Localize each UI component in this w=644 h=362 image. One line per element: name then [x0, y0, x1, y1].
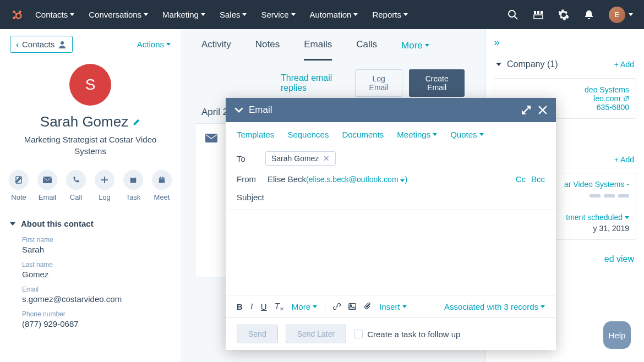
chevron-down-icon — [201, 13, 205, 16]
link-button[interactable] — [333, 303, 341, 310]
create-email-button[interactable]: Create Email — [409, 69, 465, 97]
divider — [325, 301, 325, 312]
nav-automation[interactable]: Automation — [310, 10, 358, 19]
subject-input[interactable]: Subject — [237, 193, 264, 202]
chevron-down-icon — [70, 13, 74, 16]
recipient-chip[interactable]: Sarah Gomez ✕ — [265, 151, 336, 166]
board-view-link[interactable]: ed view — [604, 254, 634, 264]
chevron-down-icon — [402, 305, 407, 308]
svg-rect-17 — [101, 179, 108, 180]
clear-format-button[interactable]: T✕ — [275, 301, 284, 312]
to-label: To — [237, 154, 265, 163]
help-button[interactable]: Help — [603, 321, 631, 349]
action-call[interactable]: Call — [66, 170, 86, 201]
person-icon — [58, 40, 67, 49]
company-name-link[interactable]: deo Systems — [585, 85, 629, 94]
attachment-button[interactable] — [364, 303, 372, 310]
hubspot-logo-icon[interactable] — [11, 9, 23, 21]
chevron-down-icon — [479, 133, 484, 136]
templates-link[interactable]: Templates — [237, 130, 274, 139]
chevron-down-icon — [629, 13, 633, 16]
nav-sales[interactable]: Sales — [220, 10, 247, 19]
compose-title: Email — [249, 105, 272, 116]
action-task[interactable]: Task — [123, 170, 143, 201]
bcc-link[interactable]: Bcc — [531, 174, 545, 184]
insert-dropdown[interactable]: Insert — [379, 302, 407, 311]
sequences-link[interactable]: Sequences — [287, 130, 329, 139]
field-label: First name — [22, 236, 159, 244]
add-company-link[interactable]: + Add — [614, 60, 634, 69]
actions-dropdown[interactable]: Actions — [137, 40, 171, 49]
bold-button[interactable]: B — [237, 302, 243, 311]
quotes-dropdown[interactable]: Quotes — [450, 130, 483, 139]
underline-button[interactable]: U — [261, 302, 267, 311]
italic-button[interactable]: I — [250, 302, 253, 311]
contact-avatar[interactable]: S — [69, 64, 111, 106]
nav-reports[interactable]: Reports — [372, 10, 408, 19]
nav-marketing[interactable]: Marketing — [162, 10, 205, 19]
documents-link[interactable]: Documents — [342, 130, 384, 139]
edit-icon[interactable] — [133, 118, 140, 126]
collapse-icon[interactable] — [234, 106, 243, 114]
tab-activity[interactable]: Activity — [201, 39, 231, 61]
remove-recipient-icon[interactable]: ✕ — [323, 154, 330, 163]
log-email-button[interactable]: Log Email — [355, 69, 403, 97]
svg-point-26 — [350, 305, 352, 306]
action-email[interactable]: Email — [37, 170, 57, 201]
field-value[interactable]: s.gomez@costarvideo.com — [22, 294, 159, 304]
cc-link[interactable]: Cc — [516, 174, 526, 184]
tab-emails[interactable]: Emails — [304, 39, 332, 61]
svg-rect-24 — [205, 134, 217, 142]
close-icon[interactable] — [538, 106, 547, 114]
field-value[interactable]: Gomez — [22, 270, 159, 279]
from-name: Elise Beck — [268, 174, 306, 184]
chevron-down-icon — [625, 216, 629, 219]
svg-line-8 — [515, 17, 517, 19]
nav-service[interactable]: Service — [261, 10, 295, 19]
user-menu[interactable]: E — [609, 7, 633, 23]
svg-rect-19 — [132, 177, 134, 178]
chevron-down-icon — [313, 305, 317, 308]
search-icon[interactable] — [507, 9, 519, 20]
about-section-header[interactable]: About this contact — [0, 211, 181, 233]
send-button[interactable]: Send — [237, 325, 278, 343]
field-value[interactable]: (877) 929-0687 — [22, 319, 159, 328]
associated-records-dropdown[interactable]: Associated with 3 records — [444, 302, 545, 311]
task-icon — [129, 176, 137, 184]
followup-task-checkbox[interactable] — [354, 330, 363, 338]
tab-calls[interactable]: Calls — [356, 39, 377, 61]
field-label: Last name — [22, 261, 159, 268]
company-section-header[interactable]: Company (1) + Add — [486, 55, 644, 74]
email-icon — [43, 177, 52, 183]
image-button[interactable] — [348, 303, 356, 310]
expand-icon[interactable] — [522, 106, 531, 114]
company-phone-link[interactable]: 635-6800 — [597, 103, 629, 112]
thread-replies-link[interactable]: Thread email replies — [281, 73, 348, 93]
nav-conversations[interactable]: Conversations — [89, 10, 148, 19]
company-domain-link[interactable]: leo.com — [593, 94, 629, 103]
marketplace-icon[interactable] — [533, 9, 544, 20]
format-more-dropdown[interactable]: More — [292, 302, 317, 311]
svg-rect-18 — [130, 178, 137, 183]
tab-notes[interactable]: Notes — [255, 39, 280, 61]
left-sidebar: ‹ Contacts Actions S Sarah Gomez Marketi… — [0, 29, 181, 362]
add-deal-link[interactable]: + Add — [614, 155, 634, 164]
action-meet[interactable]: Meet — [152, 170, 172, 201]
svg-rect-10 — [537, 11, 539, 14]
tab-more[interactable]: More — [401, 39, 429, 61]
action-log[interactable]: Log — [95, 170, 114, 201]
field-value[interactable]: Sarah — [22, 245, 159, 254]
compose-header: Email — [226, 98, 556, 122]
settings-icon[interactable] — [558, 9, 569, 20]
collapse-sidebar-icon[interactable]: » — [486, 29, 644, 55]
from-email-dropdown[interactable]: (elise.s.beck@outlook.com ) — [306, 175, 407, 184]
back-contacts-button[interactable]: ‹ Contacts — [10, 36, 73, 53]
action-note[interactable]: Note — [9, 170, 29, 201]
nav-contacts[interactable]: Contacts — [35, 10, 74, 19]
svg-rect-23 — [162, 177, 163, 178]
notifications-icon[interactable] — [583, 9, 594, 20]
back-label: Contacts — [22, 40, 54, 49]
meetings-dropdown[interactable]: Meetings — [397, 130, 437, 139]
send-later-button[interactable]: Send Later — [286, 325, 347, 343]
compose-body[interactable] — [226, 210, 556, 295]
